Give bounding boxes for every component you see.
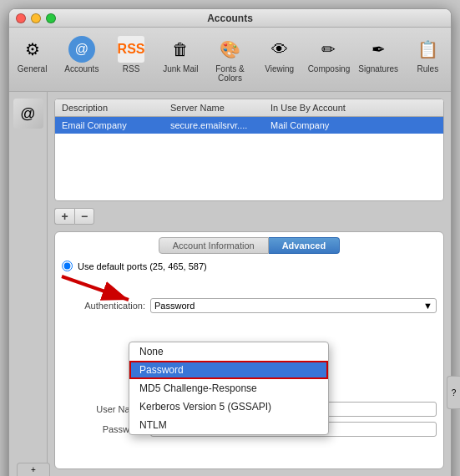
accounts-table: Description Server Name In Use By Accoun… [54, 99, 444, 201]
rules-icon: 📋 [414, 36, 441, 63]
dropdown-item-kerberos[interactable]: Kerberos Version 5 (GSSAPI) [129, 398, 328, 416]
cell-description: Email Company [58, 119, 167, 131]
window-title: Accounts [207, 13, 253, 24]
tab-advanced[interactable]: Advanced [269, 237, 341, 254]
auth-current-value: Password [154, 301, 195, 311]
close-button[interactable] [16, 13, 26, 23]
toolbar-rules[interactable]: 📋 Rules [405, 33, 451, 86]
add-button[interactable]: + [54, 208, 74, 225]
col-server-header: Server Name [167, 101, 267, 114]
accounts-icon: @ [68, 36, 95, 63]
col-description-header: Description [58, 101, 167, 114]
toolbar-fonts-label: Fonts & Colors [209, 64, 251, 83]
accounts-window: Accounts ⚙ General @ Accounts RSS RSS 🗑 … [8, 8, 452, 476]
toolbar-junk[interactable]: 🗑 Junk Mail [158, 33, 204, 86]
toolbar-accounts[interactable]: @ Accounts [58, 33, 104, 86]
viewing-icon: 👁 [266, 36, 293, 63]
toolbar-composing-label: Composing [308, 64, 351, 73]
dropdown-chevron-icon: ▼ [423, 301, 432, 311]
port-radio: Use default ports (25, 465, 587) [62, 261, 437, 271]
tab-account-info[interactable]: Account Information [159, 237, 269, 254]
toolbar-general-label: General [18, 64, 48, 73]
toolbar-composing[interactable]: ✏ Composing [306, 33, 351, 86]
minimize-button[interactable] [31, 13, 41, 23]
toolbar-rules-label: Rules [417, 64, 439, 73]
fonts-icon: 🎨 [217, 36, 244, 63]
toolbar-junk-label: Junk Mail [163, 64, 198, 73]
col-inuse-header: In Use By Account [267, 101, 440, 114]
general-icon: ⚙ [19, 36, 46, 63]
toolbar-rss[interactable]: RSS RSS [108, 33, 154, 86]
dropdown-item-md5[interactable]: MD5 Challenge-Response [129, 379, 328, 398]
dropdown-item-ntlm[interactable]: NTLM [129, 416, 328, 434]
junk-icon: 🗑 [167, 36, 194, 63]
auth-dropdown-popup: None Password MD5 Challenge-Response Ker… [129, 342, 329, 435]
rss-icon: RSS [118, 36, 144, 63]
tabs-bar: Account Information Advanced [55, 232, 443, 254]
add-remove-buttons: + − [54, 208, 444, 225]
sidebar-account-icon[interactable]: @ [13, 99, 43, 129]
titlebar-buttons [16, 13, 56, 23]
toolbar-general[interactable]: ⚙ General [9, 33, 55, 86]
bottom-tab-icon: + [31, 465, 36, 474]
dropdown-item-none[interactable]: None [129, 342, 328, 361]
toolbar-signatures-label: Signatures [358, 64, 398, 73]
auth-field-row: Authentication: Password ▼ [62, 298, 437, 313]
sidebar: @ [9, 92, 48, 476]
maximize-button[interactable] [46, 13, 56, 23]
toolbar-rss-label: RSS [123, 64, 140, 73]
arrow-area [62, 276, 437, 293]
dropdown-item-password[interactable]: Password [129, 361, 328, 379]
toolbar-fonts[interactable]: 🎨 Fonts & Colors [207, 33, 253, 86]
main-area: Description Server Name In Use By Accoun… [48, 92, 451, 476]
svg-line-1 [62, 276, 129, 300]
auth-label: Authentication: [62, 301, 145, 311]
toolbar-viewing-label: Viewing [265, 64, 294, 73]
side-tab[interactable]: ? [447, 376, 460, 409]
table-header: Description Server Name In Use By Accoun… [55, 99, 443, 117]
port-radio-input[interactable] [62, 261, 73, 271]
tab-content-advanced: Use default ports (25, 465, 587) [55, 254, 443, 468]
cell-inuse: Mail Company [267, 119, 440, 131]
signatures-icon: ✒ [365, 36, 392, 63]
content-area: @ Description Server Name In Use By Acco… [9, 92, 451, 476]
cell-server: secure.emailsrvr.... [167, 119, 267, 131]
tabs-panel: Account Information Advanced Use default… [54, 231, 444, 469]
toolbar-viewing[interactable]: 👁 Viewing [256, 33, 302, 86]
auth-row-wrapper: Authentication: Password ▼ None Password… [62, 298, 437, 313]
toolbar-signatures[interactable]: ✒ Signatures [356, 33, 402, 86]
side-tab-icon: ? [452, 388, 457, 398]
port-label: Use default ports (25, 465, 587) [78, 261, 207, 271]
toolbar-accounts-label: Accounts [64, 64, 99, 73]
remove-button[interactable]: − [74, 208, 94, 225]
auth-dropdown-trigger[interactable]: Password ▼ [150, 298, 437, 313]
composing-icon: ✏ [316, 36, 342, 63]
toolbar: ⚙ General @ Accounts RSS RSS 🗑 Junk Mail… [9, 28, 451, 92]
table-row[interactable]: Email Company secure.emailsrvr.... Mail … [55, 117, 443, 134]
bottom-tab[interactable]: + [17, 463, 50, 476]
titlebar: Accounts [9, 9, 451, 28]
